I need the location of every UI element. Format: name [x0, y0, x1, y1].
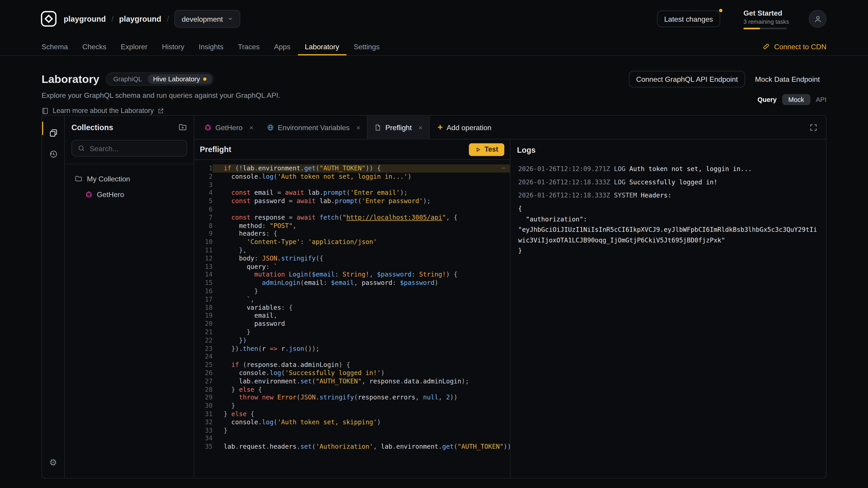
close-icon[interactable]: ×	[356, 123, 361, 131]
connect-to-cdn-link[interactable]: Connect to CDN	[763, 38, 827, 55]
code-line-32[interactable]: 32 console.log('Auth token set, skipping…	[194, 418, 510, 426]
code-line-9[interactable]: 9 headers: {	[194, 230, 510, 238]
code-line-6[interactable]: 6	[194, 205, 510, 214]
mock-data-endpoint-button[interactable]: Mock Data Endpoint	[748, 71, 827, 87]
history-icon	[49, 149, 58, 159]
search-input[interactable]	[90, 144, 181, 153]
primary-nav: SchemaChecksExplorerHistoryInsightsTrace…	[0, 38, 868, 56]
code-line-3[interactable]: 3	[194, 181, 510, 189]
code-line-27[interactable]: 27 lab.environment.set("AUTH_TOKEN", res…	[194, 377, 510, 385]
line-number: 24	[194, 353, 213, 361]
code-line-20[interactable]: 20 password	[194, 320, 510, 328]
code-line-33[interactable]: 33}	[194, 426, 510, 434]
line-number: 33	[194, 426, 213, 434]
breadcrumb-org[interactable]: playground	[64, 14, 106, 23]
code-line-25[interactable]: 25 if (response.data.adminLogin) {	[194, 361, 510, 369]
collection-item-gethero[interactable]: GetHero	[65, 186, 194, 202]
code-line-5[interactable]: 5 const password = await lab.prompt('Ent…	[194, 197, 510, 205]
code-line-30[interactable]: 30 }	[194, 402, 510, 410]
fullscreen-button[interactable]	[800, 116, 826, 139]
code-line-13[interactable]: 13 query: `	[194, 263, 510, 271]
code-line-11[interactable]: 11 },	[194, 246, 510, 254]
code-line-2[interactable]: 2 console.log('Auth token not set, loggi…	[194, 173, 510, 181]
code-line-19[interactable]: 19 email,	[194, 312, 510, 320]
add-operation-button[interactable]: + Add operation	[430, 116, 499, 139]
code-line-18[interactable]: 18 variables: {	[194, 303, 510, 312]
preflight-header: Preflight Test	[194, 139, 510, 160]
code-line-34[interactable]: 34	[194, 434, 510, 443]
fold-indicator[interactable]: −	[502, 164, 505, 172]
nav-tab-schema[interactable]: Schema	[34, 38, 75, 55]
new-collection-icon[interactable]	[178, 123, 187, 132]
code-line-23[interactable]: 23 }).then(r => r.json());	[194, 345, 510, 353]
code-line-7[interactable]: 7 const response = await fetch("http://l…	[194, 214, 510, 222]
code-line-15[interactable]: 15 adminLogin(email: $email, password: $…	[194, 279, 510, 287]
code-line-content: body: JSON.stringify({	[213, 254, 510, 263]
user-avatar[interactable]	[809, 10, 827, 28]
line-number: 30	[194, 402, 213, 410]
code-line-16[interactable]: 16 }	[194, 287, 510, 295]
connect-graphql-endpoint-button[interactable]: Connect GraphQL API Endpoint	[629, 71, 745, 87]
code-line-29[interactable]: 29 throw new Error(JSON.stringify(respon…	[194, 394, 510, 402]
external-link-icon	[158, 107, 164, 113]
line-number: 31	[194, 410, 213, 418]
code-line-26[interactable]: 26 console.log('Successfully logged in!'…	[194, 369, 510, 377]
get-started-title: Get Started	[743, 8, 786, 17]
learn-more-link[interactable]: Learn more about the Laboratory	[41, 107, 827, 115]
code-line-28[interactable]: 28 } else {	[194, 385, 510, 394]
mode-option-mock[interactable]: Mock	[782, 94, 810, 105]
nav-tab-checks[interactable]: Checks	[75, 38, 114, 55]
code-line-17[interactable]: 17 `,	[194, 295, 510, 303]
nav-tab-history[interactable]: History	[155, 38, 191, 55]
log-entry: 2026-01-26T12:12:18.333Z SYSTEM Headers:	[518, 190, 818, 201]
toggle-graphiql[interactable]: GraphiQL	[107, 75, 147, 83]
code-editor[interactable]: 1if (!lab.environment.get("AUTH_TOKEN"))…	[194, 160, 510, 478]
hive-logo-icon[interactable]	[40, 11, 57, 27]
code-line-8[interactable]: 8 method: "POST",	[194, 222, 510, 230]
code-line-24[interactable]: 24	[194, 353, 510, 361]
code-line-22[interactable]: 22 })	[194, 336, 510, 344]
nav-tab-insights[interactable]: Insights	[191, 38, 230, 55]
code-line-content: lab.environment.set("AUTH_TOKEN", respon…	[213, 377, 510, 385]
get-started-widget[interactable]: Get Started 3 remaining tasks	[743, 8, 786, 29]
play-icon	[475, 147, 481, 153]
code-line-35[interactable]: 35lab.request.headers.set('Authorization…	[194, 443, 510, 451]
code-line-content: email,	[213, 312, 510, 320]
line-number: 32	[194, 418, 213, 426]
line-number: 23	[194, 345, 213, 353]
close-icon[interactable]: ×	[418, 123, 423, 132]
workspace-region: GetHero × Environment Variables ×	[194, 116, 826, 478]
line-number: 6	[194, 205, 213, 214]
tab-gethero[interactable]: GetHero ×	[197, 116, 260, 139]
code-line-14[interactable]: 14 mutation Login($email: String!, $pass…	[194, 271, 510, 279]
code-line-10[interactable]: 10 'Content-Type': 'application/json'	[194, 238, 510, 246]
code-line-21[interactable]: 21 }	[194, 328, 510, 336]
tab-environment-variables[interactable]: Environment Variables ×	[260, 116, 367, 139]
collection-folder-my-collection[interactable]: My Collection	[65, 171, 194, 187]
globe-icon	[267, 124, 274, 131]
test-button[interactable]: Test	[469, 143, 504, 156]
collections-rail-button[interactable]	[42, 122, 64, 143]
code-line-12[interactable]: 12 body: JSON.stringify({	[194, 254, 510, 263]
settings-rail-button[interactable]: ⚙	[42, 451, 64, 473]
breadcrumb-project[interactable]: playground	[119, 14, 161, 23]
code-line-31[interactable]: 31} else {	[194, 410, 510, 418]
mode-option-api[interactable]: API	[816, 96, 827, 103]
nav-tab-laboratory[interactable]: Laboratory	[298, 38, 346, 55]
line-number: 28	[194, 385, 213, 394]
toggle-hive-laboratory[interactable]: Hive Laboratory	[148, 74, 212, 84]
nav-tab-explorer[interactable]: Explorer	[114, 38, 155, 55]
nav-tab-settings[interactable]: Settings	[346, 38, 387, 55]
code-line-content: }	[213, 402, 510, 410]
code-line-content: mutation Login($email: String!, $passwor…	[213, 271, 510, 279]
tab-preflight[interactable]: Preflight ×	[367, 116, 430, 139]
history-rail-button[interactable]	[42, 143, 64, 164]
target-selector[interactable]: development	[175, 10, 240, 28]
latest-changes-button[interactable]: Latest changes	[657, 11, 720, 27]
code-line-1[interactable]: 1if (!lab.environment.get("AUTH_TOKEN"))…	[194, 164, 510, 172]
code-line-content: query: `	[213, 263, 510, 271]
close-icon[interactable]: ×	[249, 123, 253, 131]
nav-tab-apps[interactable]: Apps	[267, 38, 298, 55]
code-line-4[interactable]: 4 const email = await lab.prompt('Enter …	[194, 189, 510, 197]
nav-tab-traces[interactable]: Traces	[231, 38, 267, 55]
